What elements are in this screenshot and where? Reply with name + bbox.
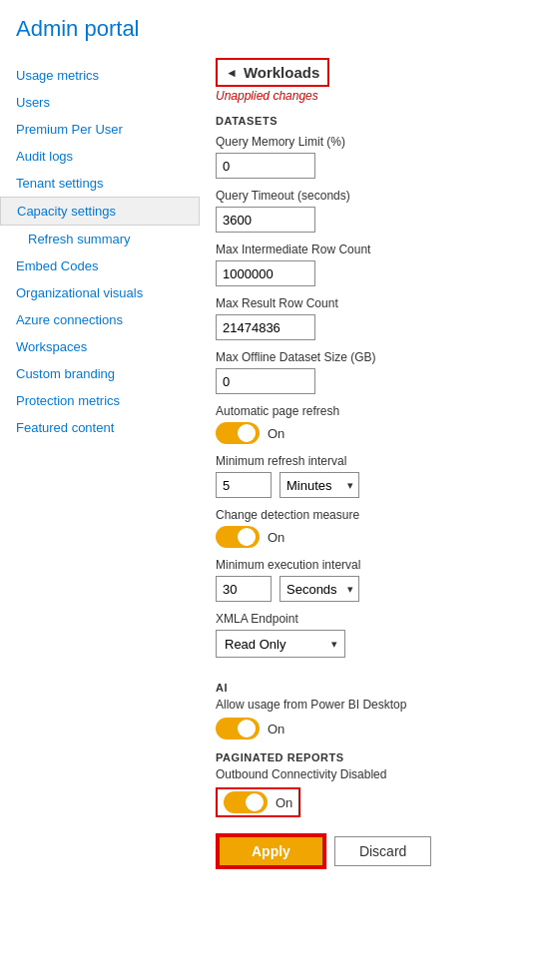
sidebar-item-tenant-settings[interactable]: Tenant settings [0,170,200,197]
toggle-thumb-4 [246,793,264,811]
min-refresh-unit-select[interactable]: Minutes Hours Days [279,472,359,498]
min-execution-input[interactable] [216,576,272,602]
action-row: Apply Discard [216,833,540,869]
min-execution-label: Minimum execution interval [216,558,540,572]
max-offline-label: Max Offline Dataset Size (GB) [216,350,540,364]
sidebar-item-refresh-summary[interactable]: Refresh summary [0,226,200,252]
min-refresh-input[interactable] [216,472,272,498]
ai-sub-label: Allow usage from Power BI Desktop [216,698,540,712]
change-detection-toggle-label: On [268,530,284,545]
xmla-select-wrapper: Off Read Only Read Write [216,630,345,658]
sidebar-item-featured-content[interactable]: Featured content [0,414,200,441]
toggle-thumb [238,424,256,442]
query-memory-label: Query Memory Limit (%) [216,135,540,149]
ai-toggle-row: On [216,718,540,739]
unapplied-changes-text: Unapplied changes [216,89,540,103]
discard-button[interactable]: Discard [334,836,431,866]
paginated-section-header: PAGINATED REPORTS [216,751,540,763]
min-execution-row: Seconds Minutes [216,576,540,602]
change-detection-row: On [216,526,540,548]
query-timeout-input[interactable] [216,207,315,233]
query-memory-input[interactable] [216,153,315,179]
sidebar: Usage metricsUsersPremium Per UserAudit … [0,58,200,885]
auto-page-refresh-toggle-label: On [268,426,284,441]
max-offline-field: Max Offline Dataset Size (GB) [216,350,540,394]
xmla-label: XMLA Endpoint [216,612,540,626]
page-title: Admin portal [0,16,556,58]
main-layout: Usage metricsUsersPremium Per UserAudit … [0,58,556,885]
workloads-header[interactable]: ◄ Workloads [216,58,329,87]
datasets-section-header: DATASETS [216,115,540,127]
max-result-label: Max Result Row Count [216,296,540,310]
sidebar-item-audit-logs[interactable]: Audit logs [0,143,200,170]
collapse-arrow-icon: ◄ [226,66,238,80]
min-refresh-row: Minutes Hours Days [216,472,540,498]
sidebar-item-protection-metrics[interactable]: Protection metrics [0,387,200,414]
sidebar-item-custom-branding[interactable]: Custom branding [0,360,200,387]
min-execution-unit-wrapper: Seconds Minutes [279,576,359,602]
min-refresh-unit-wrapper: Minutes Hours Days [279,472,359,498]
min-execution-unit-select[interactable]: Seconds Minutes [279,576,359,602]
toggle-thumb-2 [238,528,256,546]
max-intermediate-input[interactable] [216,260,315,286]
auto-page-refresh-row: On [216,422,540,444]
change-detection-label: Change detection measure [216,508,540,522]
paginated-toggle[interactable] [224,791,268,813]
page-container: Admin portal Usage metricsUsersPremium P… [0,0,556,885]
auto-page-refresh-toggle[interactable] [216,422,260,444]
toggle-thumb-3 [238,720,256,737]
paginated-toggle-label: On [276,795,292,810]
max-offline-input[interactable] [216,368,315,394]
xmla-select[interactable]: Off Read Only Read Write [216,630,345,658]
max-intermediate-field: Max Intermediate Row Count [216,243,540,286]
auto-page-refresh-label: Automatic page refresh [216,404,540,418]
ai-toggle-label: On [268,722,284,736]
sidebar-item-usage-metrics[interactable]: Usage metrics [0,62,200,89]
paginated-sub-label: Outbound Connectivity Disabled [216,767,540,781]
sidebar-item-organizational-visuals[interactable]: Organizational visuals [0,279,200,306]
change-detection-toggle[interactable] [216,526,260,548]
max-result-field: Max Result Row Count [216,296,540,340]
query-memory-field: Query Memory Limit (%) [216,135,540,179]
apply-btn-wrapper: Apply [216,833,326,869]
min-refresh-label: Minimum refresh interval [216,454,540,468]
sidebar-item-azure-connections[interactable]: Azure connections [0,306,200,333]
ai-section-header: AI [216,682,540,694]
ai-toggle[interactable] [216,718,260,739]
sidebar-item-capacity-settings[interactable]: Capacity settings [0,197,200,226]
query-timeout-field: Query Timeout (seconds) [216,189,540,233]
query-timeout-label: Query Timeout (seconds) [216,189,540,203]
apply-button[interactable]: Apply [218,835,324,867]
sidebar-item-embed-codes[interactable]: Embed Codes [0,252,200,279]
sidebar-item-workspaces[interactable]: Workspaces [0,333,200,360]
sidebar-item-users[interactable]: Users [0,89,200,116]
sidebar-item-premium-per-user[interactable]: Premium Per User [0,116,200,143]
max-intermediate-label: Max Intermediate Row Count [216,243,540,256]
workloads-title: Workloads [244,64,319,81]
paginated-toggle-wrapper[interactable]: On [216,787,300,817]
main-content: ◄ Workloads Unapplied changes DATASETS Q… [200,58,556,885]
max-result-input[interactable] [216,314,315,340]
